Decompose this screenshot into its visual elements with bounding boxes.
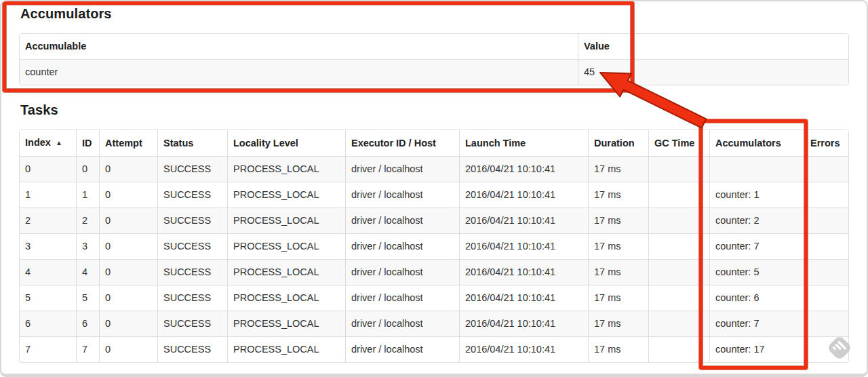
cell-index: 0: [20, 156, 76, 182]
cell-accumulators: counter: 6: [709, 285, 804, 311]
cell-errors: [804, 311, 848, 336]
errors-column-header[interactable]: Errors: [804, 130, 848, 156]
cell-locality-level: PROCESS_LOCAL: [227, 285, 345, 311]
cell-attempt: 0: [99, 285, 157, 311]
cell-executor-id-host: driver / localhost: [345, 156, 459, 182]
cell-gc-time: [648, 259, 709, 285]
value-column-header: Value: [578, 34, 848, 59]
table-row: 550SUCCESSPROCESS_LOCALdriver / localhos…: [20, 285, 848, 311]
cell-status: SUCCESS: [157, 336, 227, 362]
cell-locality-level: PROCESS_LOCAL: [227, 207, 345, 233]
cell-locality-level: PROCESS_LOCAL: [227, 156, 345, 182]
cell-locality-level: PROCESS_LOCAL: [227, 233, 345, 259]
index-column-header[interactable]: Index▲: [20, 130, 76, 156]
cell-locality-level: PROCESS_LOCAL: [227, 311, 345, 336]
cell-index: 1: [20, 182, 76, 207]
table-row: counter45: [20, 59, 848, 85]
tasks-table: Index▲ ID Attempt Status Locality Level …: [19, 130, 849, 363]
cell-duration: 17 ms: [588, 233, 648, 259]
cell-attempt: 0: [99, 207, 157, 233]
cell-launch-time: 2016/04/21 10:10:41: [459, 207, 588, 233]
cell-status: SUCCESS: [157, 233, 227, 259]
attempt-column-header[interactable]: Attempt: [99, 130, 157, 156]
cell-errors: [804, 285, 848, 311]
cell-status: SUCCESS: [157, 259, 227, 285]
spark-stage-page: Accumulators Accumulable Value counter45…: [0, 0, 868, 377]
cell-index: 4: [20, 259, 76, 285]
cell-status: SUCCESS: [157, 311, 227, 336]
cell-gc-time: [648, 233, 709, 259]
cell-accumulators: counter: 1: [709, 182, 804, 207]
cell-duration: 17 ms: [588, 336, 648, 362]
locality-level-column-header[interactable]: Locality Level: [227, 130, 345, 156]
cell-status: SUCCESS: [157, 207, 227, 233]
cell-id: 2: [76, 207, 99, 233]
cell-executor-id-host: driver / localhost: [345, 182, 459, 207]
cell-index: 5: [20, 285, 76, 311]
cell-id: 1: [76, 182, 99, 207]
cell-duration: 17 ms: [588, 207, 648, 233]
cell-status: SUCCESS: [157, 285, 227, 311]
cell-id: 7: [76, 336, 99, 362]
cell-duration: 17 ms: [588, 156, 648, 182]
duration-column-header[interactable]: Duration: [588, 130, 648, 156]
cell-attempt: 0: [99, 233, 157, 259]
cell-launch-time: 2016/04/21 10:10:41: [459, 233, 588, 259]
executor-id-host-column-header[interactable]: Executor ID / Host: [345, 130, 459, 156]
accumulable-column-header: Accumulable: [20, 34, 578, 59]
cell-executor-id-host: driver / localhost: [345, 336, 459, 362]
cell-launch-time: 2016/04/21 10:10:41: [459, 182, 588, 207]
table-row: 000SUCCESSPROCESS_LOCALdriver / localhos…: [20, 156, 848, 182]
cell-index: 7: [20, 336, 76, 362]
cell-gc-time: [648, 207, 709, 233]
id-column-header[interactable]: ID: [76, 130, 99, 156]
cell-accumulable: counter: [20, 59, 578, 85]
cell-id: 0: [76, 156, 99, 182]
accumulators-table: Accumulable Value counter45: [19, 33, 849, 85]
accumulators-column-header[interactable]: Accumulators: [709, 130, 804, 156]
cell-gc-time: [648, 311, 709, 336]
cell-errors: [804, 233, 848, 259]
cell-attempt: 0: [99, 156, 157, 182]
launch-time-column-header[interactable]: Launch Time: [459, 130, 588, 156]
cell-locality-level: PROCESS_LOCAL: [227, 259, 345, 285]
gc-time-column-header[interactable]: GC Time: [648, 130, 709, 156]
cell-accumulators: counter: 2: [709, 207, 804, 233]
index-column-header-label: Index: [25, 137, 51, 148]
cell-gc-time: [648, 285, 709, 311]
accumulators-section-title: Accumulators: [20, 6, 112, 22]
table-row: 330SUCCESSPROCESS_LOCALdriver / localhos…: [20, 233, 848, 259]
cell-index: 3: [20, 233, 76, 259]
cell-executor-id-host: driver / localhost: [345, 233, 459, 259]
cell-executor-id-host: driver / localhost: [345, 207, 459, 233]
table-row: 770SUCCESSPROCESS_LOCALdriver / localhos…: [20, 336, 848, 362]
cell-accumulators: counter: 7: [709, 233, 804, 259]
cell-errors: [804, 156, 848, 182]
sort-ascending-icon: ▲: [56, 139, 62, 146]
cell-accumulators: counter: 17: [709, 336, 804, 362]
status-column-header[interactable]: Status: [157, 130, 227, 156]
cell-launch-time: 2016/04/21 10:10:41: [459, 156, 588, 182]
cell-status: SUCCESS: [157, 156, 227, 182]
accumulators-table-header-row: Accumulable Value: [20, 34, 848, 59]
cell-accumulators: counter: 7: [709, 311, 804, 336]
cell-launch-time: 2016/04/21 10:10:41: [459, 285, 588, 311]
tasks-table-header-row: Index▲ ID Attempt Status Locality Level …: [20, 130, 848, 156]
table-row: 660SUCCESSPROCESS_LOCALdriver / localhos…: [20, 311, 848, 336]
cell-duration: 17 ms: [588, 285, 648, 311]
cell-duration: 17 ms: [588, 182, 648, 207]
cell-id: 3: [76, 233, 99, 259]
cell-value: 45: [578, 59, 848, 85]
cell-attempt: 0: [99, 259, 157, 285]
cell-status: SUCCESS: [157, 182, 227, 207]
cell-errors: [804, 207, 848, 233]
cell-gc-time: [648, 182, 709, 207]
cell-locality-level: PROCESS_LOCAL: [227, 182, 345, 207]
cell-accumulators: counter: 5: [709, 259, 804, 285]
cell-errors: [804, 182, 848, 207]
cell-gc-time: [648, 156, 709, 182]
cell-launch-time: 2016/04/21 10:10:41: [459, 311, 588, 336]
cell-gc-time: [648, 336, 709, 362]
cell-executor-id-host: driver / localhost: [345, 311, 459, 336]
cell-attempt: 0: [99, 311, 157, 336]
